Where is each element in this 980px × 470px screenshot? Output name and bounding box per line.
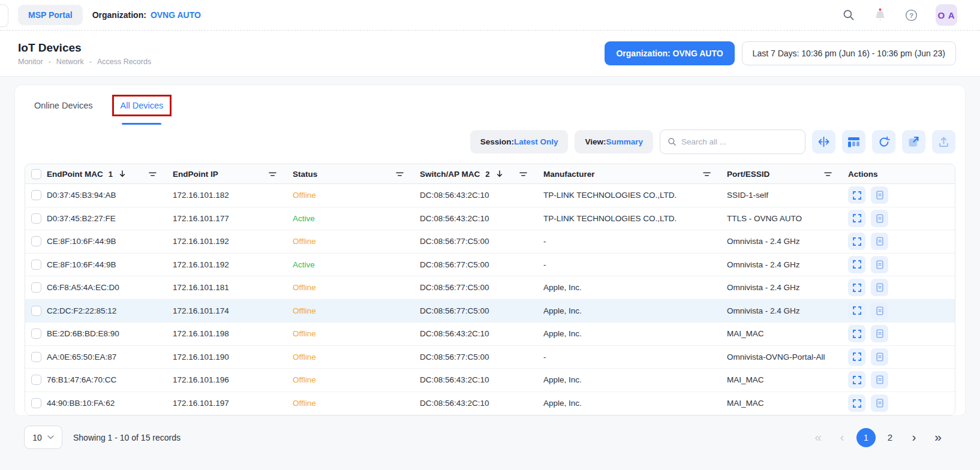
session-value: Latest Only [514, 137, 558, 146]
expand-icon[interactable] [848, 325, 865, 342]
document-icon[interactable] [871, 256, 888, 273]
expand-icon[interactable] [848, 394, 865, 412]
row-checkbox[interactable] [31, 306, 41, 316]
first-page-button[interactable]: « [808, 428, 828, 447]
filter-icon[interactable] [823, 170, 832, 179]
expand-icon[interactable] [848, 348, 865, 366]
filter-icon[interactable] [702, 170, 711, 179]
table-row[interactable]: D0:37:45:B3:94:AB 172.16.101.182 Offline… [25, 184, 955, 207]
document-icon[interactable] [871, 186, 888, 204]
prev-page-button[interactable]: ‹ [832, 428, 852, 447]
endpoint-ip-cell: 172.16.101.181 [173, 283, 293, 292]
row-checkbox[interactable] [31, 398, 41, 408]
sort-arrow-icon[interactable] [495, 170, 504, 178]
document-icon[interactable] [871, 325, 888, 342]
table-row[interactable]: 44:90:BB:10:FA:62 172.16.101.197 Offline… [25, 392, 955, 415]
devices-card: Online Devices All Devices Session:Lates… [14, 85, 966, 416]
column-header-port-essid[interactable]: Port/ESSID [727, 170, 848, 179]
page-button-1[interactable]: 1 [856, 428, 876, 447]
document-icon[interactable] [871, 233, 888, 250]
topbar: MSP Portal Organization:OVNG AUTO ? O A [0, 0, 980, 31]
help-icon[interactable]: ? [904, 8, 918, 22]
document-icon[interactable] [871, 279, 888, 296]
port-essid-cell: MAI_MAC [727, 399, 848, 408]
expand-icon[interactable] [848, 233, 865, 250]
row-checkbox[interactable] [31, 329, 41, 339]
column-header-manufacturer[interactable]: Manufacturer [543, 170, 727, 179]
filter-icon[interactable] [148, 170, 157, 179]
columns-button[interactable] [842, 130, 865, 153]
sort-arrow-icon[interactable] [118, 170, 127, 178]
column-header-endpoint-ip[interactable]: EndPoint IP [173, 170, 293, 179]
search-icon[interactable] [842, 8, 855, 22]
last-page-button[interactable]: » [928, 428, 948, 447]
column-resize-button[interactable] [812, 130, 835, 153]
column-header-status[interactable]: Status [293, 170, 420, 179]
row-checkbox[interactable] [31, 282, 41, 293]
tab-online-devices[interactable]: Online Devices [29, 96, 98, 115]
endpoint-ip-cell: 172.16.101.174 [173, 306, 293, 315]
expand-icon[interactable] [848, 279, 865, 296]
row-actions [848, 371, 955, 388]
table-row[interactable]: CE:8F:10:6F:44:9B 172.16.101.192 Active … [25, 254, 955, 277]
expand-icon[interactable] [848, 186, 865, 204]
breadcrumb-item[interactable]: Monitor [18, 58, 43, 66]
sidebar-toggle[interactable] [0, 4, 8, 27]
date-range-picker[interactable]: Last 7 Days: 10:36 pm (Jun 16) - 10:36 p… [742, 41, 956, 65]
breadcrumb-item[interactable]: Access Records [97, 58, 151, 66]
expand-icon[interactable] [848, 302, 865, 320]
filter-icon[interactable] [519, 170, 528, 179]
export-button[interactable] [932, 130, 955, 153]
view-filter-button[interactable]: View:Summary [575, 130, 653, 153]
expand-icon[interactable] [848, 210, 865, 227]
document-icon[interactable] [871, 371, 888, 388]
search-box [660, 129, 805, 154]
expand-icon[interactable] [848, 371, 865, 388]
document-icon[interactable] [871, 348, 888, 366]
table-row[interactable]: D0:37:45:B2:27:FE 172.16.101.177 Active … [25, 207, 955, 231]
row-checkbox[interactable] [31, 375, 41, 385]
expand-icon[interactable] [848, 256, 865, 273]
search-input[interactable] [681, 137, 798, 146]
tab-all-devices[interactable]: All Devices [112, 95, 172, 116]
page-size-select[interactable]: 10 [24, 426, 62, 449]
manufacturer-cell: Apple, Inc. [543, 399, 727, 408]
document-icon[interactable] [871, 302, 888, 320]
document-icon[interactable] [871, 394, 888, 412]
port-essid-cell: Omnivista - 2.4 GHz [727, 260, 848, 269]
brand-msp-portal[interactable]: MSP Portal [18, 5, 83, 25]
session-filter-button[interactable]: Session:Latest Only [470, 130, 569, 153]
row-checkbox[interactable] [31, 352, 41, 362]
avatar[interactable]: O A [936, 4, 957, 26]
table-row[interactable]: CE:8F:10:6F:44:9B 172.16.101.192 Offline… [25, 230, 955, 254]
open-external-button[interactable] [902, 130, 925, 153]
org-value-link[interactable]: OVNG AUTO [151, 10, 201, 20]
records-summary: Showing 1 - 10 of 15 records [73, 433, 181, 442]
pagination: « ‹ 1 2 › » [808, 428, 956, 447]
filter-icon[interactable] [395, 170, 404, 179]
table-row[interactable]: C6:F8:A5:4A:EC:D0 172.16.101.181 Offline… [25, 276, 955, 300]
column-header-actions: Actions [848, 170, 955, 179]
table-row[interactable]: C2:DC:F2:22:85:12 172.16.101.174 Offline… [25, 300, 955, 323]
column-header-switch-ap-mac[interactable]: Switch/AP MAC 2 [420, 170, 543, 179]
select-all-checkbox[interactable] [31, 169, 41, 179]
document-icon[interactable] [871, 210, 888, 227]
breadcrumb-item[interactable]: Network [56, 58, 84, 66]
column-header-endpoint-mac[interactable]: EndPoint MAC 1 [47, 170, 173, 179]
row-checkbox[interactable] [31, 190, 41, 200]
bell-icon[interactable] [873, 8, 886, 22]
table-row[interactable]: AA:0E:65:50:EA:87 172.16.101.190 Offline… [25, 346, 955, 369]
next-page-button[interactable]: › [904, 428, 924, 447]
manufacturer-cell: TP-LINK TECHNOLOGIES CO.,LTD. [543, 191, 727, 200]
row-checkbox[interactable] [31, 260, 41, 270]
filter-icon[interactable] [268, 170, 277, 179]
table-row[interactable]: 76:B1:47:6A:70:CC 172.16.101.196 Offline… [25, 369, 955, 392]
table-row[interactable]: BE:2D:6B:BD:E8:90 172.16.101.198 Offline… [25, 323, 955, 346]
breadcrumb-separator: - [89, 58, 92, 66]
row-checkbox[interactable] [31, 213, 41, 224]
organization-button[interactable]: Organization: OVNG AUTO [605, 41, 734, 65]
refresh-button[interactable] [872, 130, 895, 153]
row-checkbox[interactable] [31, 236, 41, 246]
tab-all-devices-label[interactable]: All Devices [121, 101, 164, 110]
page-button-2[interactable]: 2 [880, 428, 900, 447]
